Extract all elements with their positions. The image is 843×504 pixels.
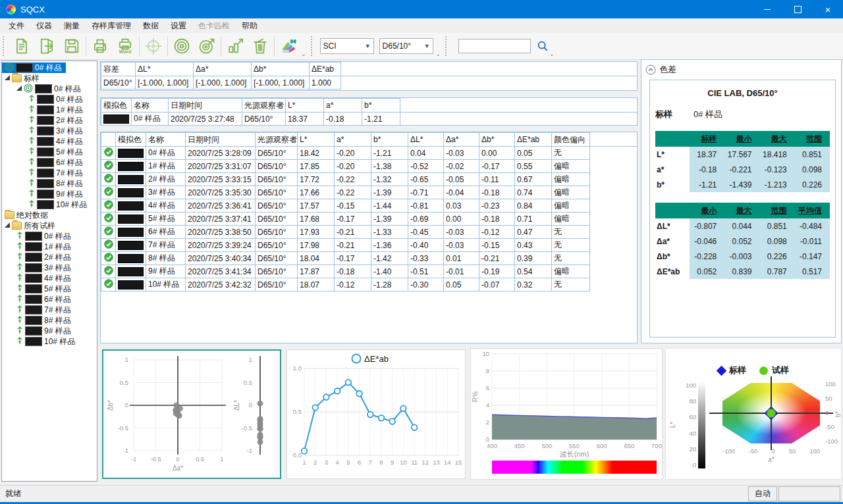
expander-icon[interactable] [5, 222, 10, 228]
column-header[interactable] [101, 133, 116, 147]
menu-item-数据[interactable]: 数据 [137, 19, 165, 33]
illuminant-dropdown[interactable]: D65/10°▼ [379, 38, 433, 54]
column-header[interactable]: L* [286, 99, 324, 113]
column-header[interactable]: 日期时间 [186, 133, 256, 147]
tree-item-5# 样品[interactable]: 5# 样品 [2, 147, 87, 157]
column-header[interactable]: 名称 [132, 99, 169, 113]
search-icon[interactable] [536, 39, 549, 53]
expander-icon[interactable] [5, 75, 10, 80]
tree-item-8# 样品[interactable]: 8# 样品 [2, 315, 75, 326]
tree-item-0# 样品[interactable]: 0# 样品 [2, 231, 75, 241]
tree-item-0# 样品[interactable]: 0# 样品 [2, 63, 66, 73]
tree-item-8# 样品[interactable]: 8# 样品 [2, 178, 87, 189]
toolbar-overflow-icon[interactable]: ⌄ [549, 51, 555, 57]
table-row[interactable]: 0# 样品2020/7/25 3:27:48D65/10°18.37-0.18-… [101, 113, 638, 126]
search-input[interactable] [458, 39, 531, 53]
calibrate-button[interactable] [141, 34, 166, 58]
save-button[interactable] [59, 34, 84, 58]
tree-item-2# 样品[interactable]: 2# 样品 [2, 115, 87, 126]
tree-item-9# 样品[interactable]: 9# 样品 [2, 189, 87, 199]
column-header[interactable]: ΔL* [408, 133, 444, 147]
mode-dropdown[interactable]: SCI▼ [320, 38, 374, 54]
column-header[interactable]: 模拟色 [101, 99, 132, 113]
minimize-button[interactable] [752, 0, 782, 18]
toolbar-overflow-icon[interactable]: ⌄ [436, 51, 441, 57]
column-header[interactable]: 容差 [101, 63, 136, 76]
expander-icon[interactable] [16, 86, 22, 91]
menu-item-色卡匹检[interactable]: 色卡匹检 [192, 19, 236, 33]
table-row[interactable]: 9# 样品2020/7/25 3:41:34D65/10°17.87-0.18-… [101, 265, 638, 278]
tree-item-2# 样品[interactable]: 2# 样品 [2, 252, 75, 263]
table-row[interactable]: 5# 样品2020/7/25 3:37:41D65/10°17.68-0.17-… [101, 213, 638, 226]
menu-item-测量[interactable]: 测量 [58, 19, 86, 33]
tree-item-9# 样品[interactable]: 9# 样品 [2, 326, 75, 336]
print-word-button[interactable]: Word [113, 34, 138, 58]
tree-item-标样[interactable]: 标样 [2, 73, 43, 84]
tree-item-3# 样品[interactable]: 3# 样品 [2, 126, 87, 136]
column-header[interactable]: 光源观察者 [256, 133, 298, 147]
column-header[interactable]: ΔE*ab [515, 133, 552, 147]
measure-sample-button[interactable] [194, 34, 219, 58]
report-chart-button[interactable] [223, 34, 248, 58]
menu-item-文件[interactable]: 文件 [3, 19, 30, 33]
tree-item-7# 样品[interactable]: 7# 样品 [2, 305, 75, 315]
menu-item-仪器[interactable]: 仪器 [30, 19, 58, 33]
table-cell: -0.03 [444, 226, 479, 239]
menu-item-设置[interactable]: 设置 [165, 19, 192, 33]
column-header[interactable]: ΔE*ab [310, 63, 341, 76]
column-header[interactable]: 日期时间 [169, 99, 242, 113]
tree-item-6# 样品[interactable]: 6# 样品 [2, 157, 87, 168]
table-row[interactable]: 0# 样品2020/7/25 3:28:09D65/10°18.42-0.20-… [101, 147, 638, 160]
column-header[interactable]: Δb* [479, 133, 515, 147]
table-row[interactable]: 7# 样品2020/7/25 3:39:24D65/10°17.98-0.21-… [101, 239, 638, 252]
column-header[interactable]: Δa* [194, 63, 252, 76]
toolbar-overflow-icon[interactable]: ⌄ [301, 51, 306, 57]
tree-item-3# 样品[interactable]: 3# 样品 [2, 263, 75, 273]
new-document-button[interactable] [9, 34, 34, 58]
collapse-chevron-icon[interactable] [645, 64, 656, 75]
table-row[interactable]: 8# 样品2020/7/25 3:40:34D65/10°18.04-0.17-… [101, 252, 638, 265]
tree-item-所有试样[interactable]: 所有试样 [2, 220, 59, 231]
column-header[interactable]: L* [298, 133, 335, 147]
column-header[interactable]: Δa* [444, 133, 479, 147]
column-header[interactable]: b* [371, 133, 408, 147]
column-header[interactable]: 模拟色 [116, 133, 146, 147]
tree-item-4# 样品[interactable]: 4# 样品 [2, 136, 87, 147]
tree-item-0# 样品[interactable]: 0# 样品 [2, 94, 87, 105]
table-row[interactable]: 6# 样品2020/7/25 3:38:50D65/10°17.93-0.21-… [101, 226, 638, 239]
maximize-button[interactable] [782, 0, 813, 18]
tree-item-4# 样品[interactable]: 4# 样品 [2, 273, 75, 284]
column-header[interactable]: a* [335, 133, 371, 147]
menu-item-帮助[interactable]: 帮助 [236, 19, 263, 33]
column-header[interactable]: b* [362, 99, 400, 113]
measure-standard-button[interactable] [169, 34, 194, 58]
export-button[interactable] [34, 34, 59, 58]
table-row[interactable]: 3# 样品2020/7/25 3:35:30D65/10°17.66-0.22-… [101, 186, 638, 199]
color-search-button[interactable] [276, 34, 301, 58]
auto-button[interactable]: 自动 [748, 486, 777, 501]
delete-button[interactable] [248, 34, 273, 58]
tree-item-1# 样品[interactable]: 1# 样品 [2, 105, 87, 115]
tree-item-6# 样品[interactable]: 6# 样品 [2, 294, 75, 305]
column-header[interactable]: Δb* [252, 63, 310, 76]
table-row[interactable]: 1# 样品2020/7/25 3:31:07D65/10°17.85-0.20-… [101, 160, 638, 173]
tree-item-绝对数据[interactable]: 绝对数据 [2, 210, 52, 220]
tree-item-0# 样品[interactable]: 0# 样品 [2, 84, 85, 94]
table-row[interactable]: 4# 样品2020/7/25 3:36:41D65/10°17.57-0.15-… [101, 199, 638, 213]
tree-item-10# 样品[interactable]: 10# 样品 [2, 336, 79, 347]
column-header[interactable]: ΔL* [136, 63, 194, 76]
table-row[interactable]: D65/10°[-1.000, 1.000][-1.000, 1.000][-1… [101, 76, 638, 89]
tree-item-5# 样品[interactable]: 5# 样品 [2, 284, 75, 294]
print-button[interactable] [88, 34, 113, 58]
column-header[interactable]: 名称 [146, 133, 186, 147]
tree-item-7# 样品[interactable]: 7# 样品 [2, 168, 87, 178]
table-row[interactable]: 2# 样品2020/7/25 3:33:15D65/10°17.72-0.22-… [101, 173, 638, 186]
column-header[interactable]: 光源观察者 [242, 99, 286, 113]
menu-item-存样库管理[interactable]: 存样库管理 [86, 19, 137, 33]
close-button[interactable]: × [813, 0, 843, 18]
table-row[interactable]: 10# 样品2020/7/25 3:42:32D65/10°18.07-0.12… [101, 278, 638, 291]
column-header[interactable]: 颜色偏向 [552, 133, 590, 147]
tree-item-1# 样品[interactable]: 1# 样品 [2, 241, 75, 252]
column-header[interactable]: a* [324, 99, 362, 113]
tree-item-10# 样品[interactable]: 10# 样品 [2, 199, 91, 210]
